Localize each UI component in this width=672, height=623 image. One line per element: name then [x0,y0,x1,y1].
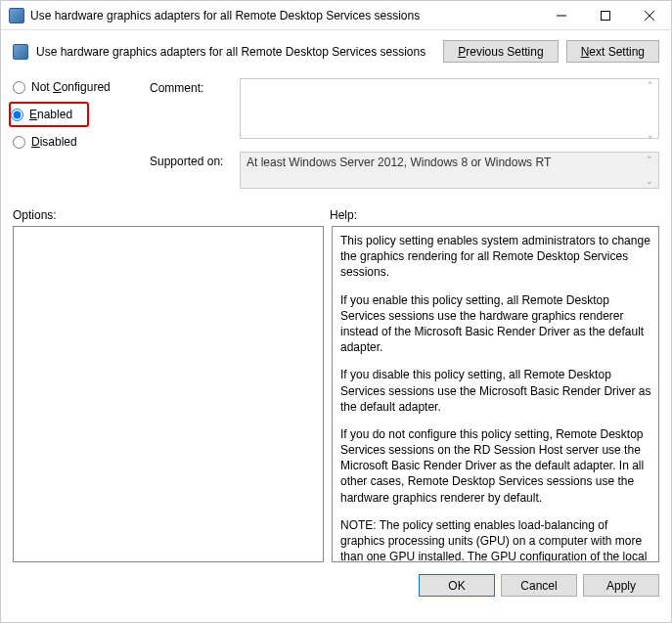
app-icon [9,8,24,23]
apply-button[interactable]: Apply [583,574,659,597]
options-label: Options: [13,208,330,222]
close-button[interactable] [627,1,671,29]
titlebar: Use hardware graphics adapters for all R… [1,1,671,30]
supported-row: Supported on: At least Windows Server 20… [150,152,659,189]
help-paragraph: If you disable this policy setting, all … [340,367,654,415]
policy-icon [13,44,28,60]
fields-column: Comment: ⌃⌄ Supported on: At least Windo… [150,78,659,199]
radio-not-configured-label: Not Configured [31,80,111,94]
maximize-button[interactable] [583,1,627,29]
window-controls [539,1,671,29]
radio-enabled[interactable]: Enabled [11,108,72,121]
help-paragraph: NOTE: The policy setting enables load-ba… [340,517,654,562]
comment-row: Comment: ⌃⌄ [150,78,659,142]
radio-enabled-input[interactable] [11,109,23,121]
comment-label: Comment: [150,78,230,95]
supported-value-box: At least Windows Server 2012, Windows 8 … [240,152,659,189]
config-area: Not Configured Enabled Disabled Comment:… [1,68,671,202]
supported-value: At least Windows Server 2012, Windows 8 … [246,156,551,169]
help-paragraph: If you do not configure this policy sett… [340,426,654,506]
cancel-button[interactable]: Cancel [501,574,577,597]
help-panel[interactable]: This policy setting enables system admin… [332,226,659,562]
panels-labels: Options: Help: [1,202,671,226]
help-paragraph: This policy setting enables system admin… [340,233,654,281]
radio-disabled[interactable]: Disabled [13,135,138,149]
previous-setting-button[interactable]: Previous Setting [443,40,558,63]
enabled-highlight-box: Enabled [9,102,89,127]
ok-button[interactable]: OK [419,574,495,597]
button-row: OK Cancel Apply [1,562,671,597]
radio-column: Not Configured Enabled Disabled [13,78,138,199]
supported-label: Supported on: [150,152,230,168]
radio-not-configured[interactable]: Not Configured [13,80,138,94]
help-paragraph: If you enable this policy setting, all R… [340,292,654,356]
minimize-button[interactable] [539,1,583,29]
panels: This policy setting enables system admin… [1,226,671,562]
radio-disabled-label: Disabled [31,135,77,149]
supported-scroll: ⌃⌄ [642,154,657,187]
svg-rect-1 [601,11,609,20]
window-title: Use hardware graphics adapters for all R… [30,9,539,22]
header-row: Use hardware graphics adapters for all R… [1,30,671,68]
radio-not-configured-input[interactable] [13,81,25,94]
radio-enabled-label: Enabled [29,108,72,121]
next-setting-button[interactable]: Next Setting [566,40,659,63]
help-label: Help: [330,208,357,222]
options-panel [13,226,324,562]
radio-disabled-input[interactable] [13,136,25,149]
policy-title: Use hardware graphics adapters for all R… [36,45,435,59]
comment-input[interactable] [240,78,659,139]
